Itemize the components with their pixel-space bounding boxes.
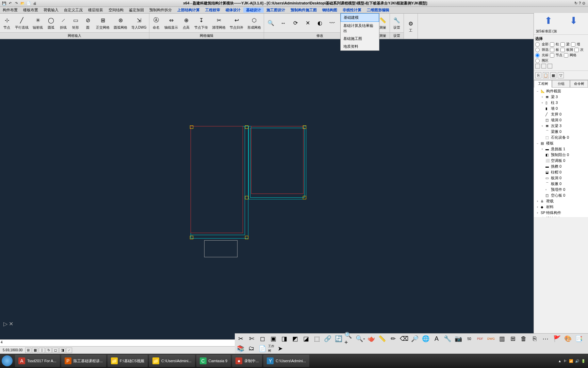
tree-item-1[interactable]: +〓梁 3 xyxy=(535,94,587,100)
tree-item-6[interactable]: +〓次梁 3 xyxy=(535,123,587,129)
sel-fence-icon[interactable] xyxy=(541,64,546,68)
floor-down-icon[interactable]: ⬇ xyxy=(570,15,577,26)
sel-radio-1[interactable] xyxy=(535,48,540,52)
tree-item-20[interactable]: +◆材料 xyxy=(535,204,587,210)
tool-1-0[interactable]: Ⓐ命名 xyxy=(150,14,162,32)
system-tray[interactable]: ▲ 🏳 📶 🔊 🔋 xyxy=(555,359,588,363)
drawing-canvas[interactable]: ▷ ✕ xyxy=(0,46,534,348)
command-line[interactable]: 4 xyxy=(0,339,235,346)
undo-icon[interactable]: ↶ xyxy=(7,1,13,6)
menu-7[interactable]: 预制构件拆分 xyxy=(147,7,175,13)
sel-check-2-1[interactable] xyxy=(564,53,568,58)
del-icon[interactable]: 🗑 xyxy=(519,334,529,343)
redo-icon[interactable]: ↷ xyxy=(14,1,19,6)
sel-radio-3[interactable] xyxy=(535,59,540,63)
floor-up-icon[interactable]: ⬆ xyxy=(544,15,552,26)
tool-1-1[interactable]: ⇔轴线显示 xyxy=(162,14,180,32)
tool-0-5[interactable]: ▭矩形 xyxy=(69,14,82,32)
rotate3d-icon[interactable]: 🔄 xyxy=(333,334,344,343)
tool-1-2[interactable]: ⊕点高 xyxy=(180,14,192,32)
tree-item-3[interactable]: ▮墙 0 xyxy=(535,106,587,111)
sel-check-1-2[interactable] xyxy=(574,48,579,52)
text-icon[interactable]: A xyxy=(431,334,442,343)
new-icon[interactable]: 📄 xyxy=(26,1,31,6)
tray-batt-icon[interactable]: 🔋 xyxy=(581,359,585,363)
refresh-icon[interactable]: ↻ xyxy=(574,1,577,5)
tab-1[interactable]: 分组 xyxy=(552,80,570,88)
sel-check-0-1[interactable] xyxy=(560,42,565,47)
filter-icon[interactable]: ▽ xyxy=(558,72,564,78)
tree-item-0[interactable]: −📐构件截面 xyxy=(535,88,587,94)
tool-0-8[interactable]: ⊛圆弧网格 xyxy=(112,14,129,32)
menu-1[interactable]: 楼板布置 xyxy=(20,7,41,13)
sel-check-1-1[interactable] xyxy=(560,48,565,52)
doc-icon[interactable]: 📄 xyxy=(257,344,267,353)
menu-8[interactable]: 上部结构计算 xyxy=(175,7,202,13)
col-icon[interactable]: ▥ xyxy=(497,334,507,343)
settings-icon[interactable]: ⊙ xyxy=(582,1,585,5)
tool-1-5[interactable]: ↩节点归并 xyxy=(228,14,245,32)
tab-0[interactable]: 工程树 xyxy=(534,80,552,88)
copy2-icon[interactable]: ⎘ xyxy=(529,334,540,343)
tree-item-22[interactable]: +📋设计信息 xyxy=(535,216,587,217)
menu-14[interactable]: 钢结构图 xyxy=(320,7,340,13)
tray-up-icon[interactable]: ▲ xyxy=(558,359,561,363)
dropdown-item-1[interactable]: 基础计算及结果输出 xyxy=(341,22,379,35)
tool-2-1[interactable]: ↔ xyxy=(277,14,289,32)
cube2-icon[interactable]: ◨ xyxy=(279,334,289,343)
menu-15[interactable]: 非线性计算 xyxy=(340,7,364,13)
menu-3[interactable]: 自定义工况 xyxy=(61,7,85,13)
help-icon[interactable]: ? xyxy=(579,1,581,5)
dropdown-item-0[interactable]: 基础建模 xyxy=(341,13,379,22)
polar-icon[interactable]: ↻ xyxy=(46,348,52,353)
lwt-icon[interactable]: ⟋ xyxy=(66,348,72,353)
sel-check-0-0[interactable] xyxy=(550,42,554,47)
taskbar-item-0[interactable]: ATssd2017 For A... xyxy=(15,355,60,367)
tray-net-icon[interactable]: 📶 xyxy=(569,359,573,363)
tree-item-21[interactable]: +SP特殊构件 xyxy=(535,210,587,216)
worktree-label[interactable]: 工作树 xyxy=(268,344,274,353)
dropdown-item-3[interactable]: 地质资料 xyxy=(341,43,379,50)
tool-2-4[interactable]: ◐ xyxy=(314,14,326,32)
grid2-icon[interactable]: ⊞ xyxy=(508,334,518,343)
cube4-icon[interactable]: ◪ xyxy=(301,334,311,343)
menu-9[interactable]: 工程校审 xyxy=(202,7,223,13)
print-icon[interactable]: 🖨 xyxy=(32,1,37,6)
stack2-icon[interactable]: 📚 xyxy=(235,344,246,353)
layers-icon[interactable]: ▦ xyxy=(550,72,556,78)
sel-check-0-2[interactable] xyxy=(571,42,575,47)
menu-5[interactable]: 空间结构 xyxy=(106,7,126,13)
tool-2-0[interactable]: 🔍 xyxy=(265,14,277,32)
tree-item-14[interactable]: ⬓柱帽 0 xyxy=(535,169,587,175)
more-icon[interactable]: ⋯ xyxy=(540,334,551,343)
tree-item-16[interactable]: ⌒板腋 0 xyxy=(535,181,587,187)
p50-icon[interactable]: 50 xyxy=(464,334,474,343)
grid-snap-icon[interactable]: ⊞ xyxy=(25,348,31,353)
find-icon[interactable]: 🔎 xyxy=(410,334,420,343)
stack3-icon[interactable]: 🗂 xyxy=(246,344,257,353)
tree-item-13[interactable]: ▬挑檐 0 xyxy=(535,164,587,169)
tray-flag-icon[interactable]: 🏳 xyxy=(564,359,567,363)
project-tree[interactable]: −📐构件截面+〓梁 3+▯柱 3▮墙 0╱支撑 0◫墙洞 0+〓次梁 3⌒梁腋 … xyxy=(534,88,588,217)
zoomin-icon[interactable]: 🔍+ xyxy=(344,334,355,343)
pdf-icon[interactable]: PDF xyxy=(475,334,485,343)
osnap-icon[interactable]: ◻ xyxy=(52,348,59,353)
tree-item-18[interactable]: ◫空心板 0 xyxy=(535,193,587,198)
globe-icon[interactable]: 🌐 xyxy=(421,334,431,343)
tree-item-11[interactable]: ◧预制阳台 0 xyxy=(535,152,587,158)
wrench-icon[interactable]: 🔧 xyxy=(442,334,453,343)
link-icon[interactable]: 🔗 xyxy=(323,334,333,343)
menu-0[interactable]: 构件布置 xyxy=(0,7,20,13)
start-button[interactable] xyxy=(0,354,14,368)
tool-2-2[interactable]: ⟳ xyxy=(289,14,301,32)
tool-2-3[interactable]: ✕ xyxy=(301,14,314,32)
sel-box-icon[interactable] xyxy=(535,64,540,68)
eraser-icon[interactable]: ⌫ xyxy=(399,334,409,343)
tool-1-3[interactable]: ↧节点下传 xyxy=(192,14,210,32)
tool-0-6[interactable]: ⊘圆 xyxy=(82,14,94,32)
camera-icon[interactable]: 📷 xyxy=(453,334,463,343)
tool-0-7[interactable]: ⊞正交网格 xyxy=(94,14,112,32)
paste-icon[interactable]: 📋 xyxy=(543,72,549,78)
flag-icon[interactable]: 🚩 xyxy=(552,334,562,343)
box-icon[interactable]: ◻ xyxy=(257,334,267,343)
